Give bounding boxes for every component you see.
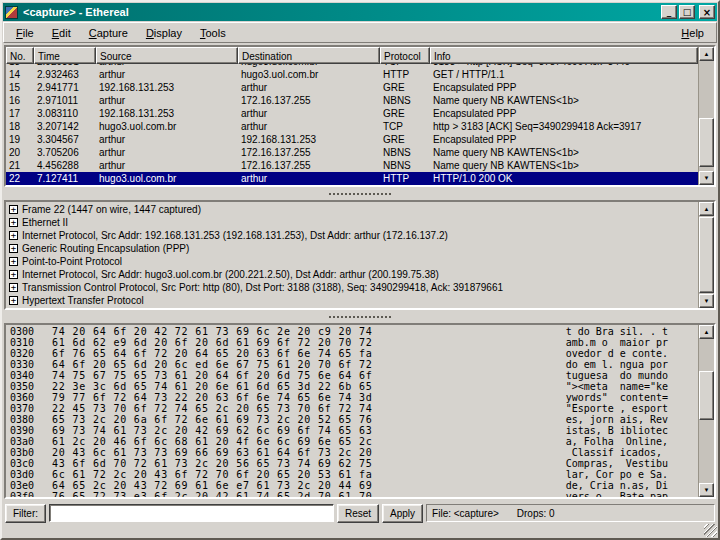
hex-offset: 03e0 [10, 480, 52, 491]
detail-line[interactable]: + Internet Protocol, Src Addr: 192.168.1… [9, 229, 695, 242]
hex-ascii: "><meta name="ke [566, 381, 668, 392]
hex-row[interactable]: 03b020 43 6c 61 73 73 69 66 69 63 61 64 … [10, 447, 694, 458]
column-source[interactable]: Source [96, 47, 238, 64]
expander-icon[interactable]: + [9, 296, 18, 305]
scroll-thumb[interactable] [699, 118, 714, 166]
cell-info: Name query NB KAWTENS<1b> [430, 146, 698, 159]
menu-display[interactable]: Display [137, 25, 191, 41]
expander-icon[interactable]: + [9, 218, 18, 227]
packet-row[interactable]: 19 3.304567 arthur 192.168.131.253 GRE E… [6, 133, 698, 146]
detail-line[interactable]: + Ethernet II [9, 216, 695, 229]
titlebar[interactable]: <capture> - Ethereal _ □ × [3, 3, 717, 21]
filter-bar: Filter: Reset Apply File: <capture> Drop… [2, 501, 718, 525]
status-panel: File: <capture> Drops: 0 [426, 504, 715, 522]
packet-row[interactable]: 21 4.456288 arthur 172.16.137.255 NBNS N… [6, 159, 698, 172]
window-title: <capture> - Ethereal [20, 6, 659, 18]
menu-edit[interactable]: Edit [43, 25, 80, 41]
hex-row[interactable]: 038065 73 2c 20 6a 6f 72 6e 61 69 73 2c … [10, 414, 694, 425]
hex-offset: 0330 [10, 359, 52, 370]
hex-offset: 03b0 [10, 447, 52, 458]
detail-line[interactable]: + Transmission Control Protocol, Src Por… [9, 281, 695, 294]
detail-line[interactable]: + Point-to-Point Protocol [9, 255, 695, 268]
hex-row[interactable]: 03d06c 61 72 2c 20 43 6f 72 70 6f 20 65 … [10, 469, 694, 480]
packet-row[interactable]: 14 2.932463 arthur hugo3.uol.com.br HTTP… [6, 68, 698, 81]
hex-ascii: Compras, Vestibu [566, 458, 668, 469]
packet-row[interactable]: 15 2.941771 192.168.131.253 arthur GRE E… [6, 81, 698, 94]
menu-capture[interactable]: Capture [80, 25, 137, 41]
expander-icon[interactable]: + [9, 257, 18, 266]
hex-row[interactable]: 03206f 76 65 64 6f 72 20 64 65 20 63 6f … [10, 348, 694, 359]
scroll-down-icon[interactable]: ▼ [699, 294, 714, 308]
detail-line[interactable]: + Frame 22 (1447 on wire, 1447 captured) [9, 203, 695, 216]
scroll-thumb[interactable] [699, 371, 714, 420]
packet-row[interactable]: 16 2.971011 arthur 172.16.137.255 NBNS N… [6, 94, 698, 107]
splitter-handle-icon[interactable] [329, 316, 391, 318]
column-destination[interactable]: Destination [238, 47, 380, 64]
scroll-down-icon[interactable]: ▼ [699, 483, 714, 497]
filter-button[interactable]: Filter: [5, 504, 46, 523]
packet-row[interactable]: 20 3.705206 arthur 172.16.137.255 NBNS N… [6, 146, 698, 159]
minimize-button[interactable]: _ [661, 5, 677, 19]
packet-row[interactable]: 17 3.083110 192.168.131.253 arthur GRE E… [6, 107, 698, 120]
expander-icon[interactable]: + [9, 270, 18, 279]
cell-no: 19 [6, 133, 34, 146]
detail-line[interactable]: + Internet Protocol, Src Addr: hugo3.uol… [9, 268, 695, 281]
apply-button[interactable]: Apply [382, 504, 423, 523]
packet-row-selected[interactable]: 22 7.127411 hugo3.uol.com.br arthur HTTP… [6, 172, 698, 185]
hex-row[interactable]: 03a061 2c 20 46 6f 6c 68 61 20 4f 6e 6c … [10, 436, 694, 447]
expander-icon[interactable]: + [9, 231, 18, 240]
column-time[interactable]: Time [34, 47, 96, 64]
scroll-track[interactable] [699, 61, 714, 171]
scroll-track[interactable] [699, 339, 714, 483]
hex-ascii: "Esporte , esport [566, 403, 668, 414]
hex-row[interactable]: 033064 6f 20 65 6d 20 6c ed 6e 67 75 61 … [10, 359, 694, 370]
hex-row[interactable]: 034074 75 67 75 65 73 61 20 64 6f 20 6d … [10, 370, 694, 381]
detail-line[interactable]: + Generic Routing Encapsulation (PPP) [9, 242, 695, 255]
hex-scrollbar[interactable]: ▲ ▼ [698, 325, 714, 497]
scroll-track[interactable] [699, 216, 714, 294]
packet-row[interactable]: 18 3.207142 hugo3.uol.com.br arthur TCP … [6, 120, 698, 133]
detail-line[interactable]: + Hypertext Transfer Protocol [9, 294, 695, 307]
column-no[interactable]: No. [6, 47, 34, 64]
reset-button[interactable]: Reset [337, 504, 379, 523]
hex-row[interactable]: 031061 6d 62 e9 6d 20 6f 20 6d 61 69 6f … [10, 337, 694, 348]
menu-file[interactable]: File [7, 25, 43, 41]
pane-splitter[interactable] [4, 187, 716, 200]
hex-row[interactable]: 036079 77 6f 72 64 73 22 20 63 6f 6e 74 … [10, 392, 694, 403]
hex-row[interactable]: 037022 45 73 70 6f 72 74 65 2c 20 65 73 … [10, 403, 694, 414]
menu-help[interactable]: Help [672, 25, 713, 41]
hex-ascii: amb.m o maior pr [566, 337, 668, 348]
expander-icon[interactable]: + [9, 244, 18, 253]
hex-offset: 0350 [10, 381, 52, 392]
column-info[interactable]: Info [430, 47, 698, 64]
hex-row[interactable]: 03f076 65 72 73 e3 6f 2c 20 42 61 74 65 … [10, 491, 694, 497]
close-button[interactable]: × [699, 5, 715, 19]
hex-row[interactable]: 035022 3e 3c 6d 65 74 61 20 6e 61 6d 65 … [10, 381, 694, 392]
scroll-up-icon[interactable]: ▲ [699, 202, 714, 216]
hex-row[interactable]: 030074 20 64 6f 20 42 72 61 73 69 6c 2e … [10, 326, 694, 337]
expander-icon[interactable]: + [9, 205, 18, 214]
scroll-down-icon[interactable]: ▼ [699, 171, 714, 185]
resize-grip[interactable] [704, 524, 717, 537]
scroll-thumb[interactable] [699, 217, 714, 293]
details-scrollbar[interactable]: ▲ ▼ [698, 202, 714, 308]
hex-row[interactable]: 03e064 65 2c 20 43 72 69 61 6e e7 61 73 … [10, 480, 694, 491]
maximize-button[interactable]: □ [679, 5, 695, 19]
menu-tools[interactable]: Tools [191, 25, 235, 41]
cell-source: hugo3.uol.com.br [96, 120, 238, 133]
scroll-up-icon[interactable]: ▲ [699, 325, 714, 339]
pane-splitter[interactable] [4, 310, 716, 323]
hex-row[interactable]: 03c043 6f 6d 70 72 61 73 2c 20 56 65 73 … [10, 458, 694, 469]
splitter-handle-icon[interactable] [329, 193, 391, 195]
column-protocol[interactable]: Protocol [380, 47, 430, 64]
packet-list-scrollbar[interactable]: ▲ ▼ [698, 47, 714, 185]
detail-text: Frame 22 (1447 on wire, 1447 captured) [22, 204, 201, 215]
filter-input[interactable] [49, 504, 334, 522]
expander-icon[interactable]: + [9, 283, 18, 292]
hex-offset: 03a0 [10, 436, 52, 447]
cell-source: arthur [96, 133, 238, 146]
hex-row[interactable]: 039069 73 74 61 73 2c 20 42 69 62 6c 69 … [10, 425, 694, 436]
cell-info: Encapsulated PPP [430, 107, 698, 120]
detail-text: Transmission Control Protocol, Src Port:… [22, 282, 503, 293]
scroll-up-icon[interactable]: ▲ [699, 47, 714, 61]
